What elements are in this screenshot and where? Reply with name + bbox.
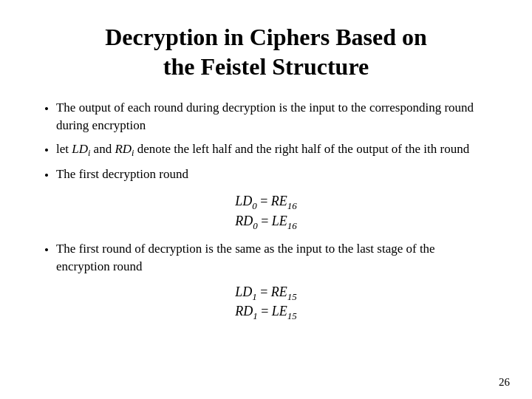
bullet-text-4: The first round of decryption is the sam… [56,240,488,276]
equation-ld1: LD1 = RE15 [235,284,297,303]
equation-rd1: RD1 = LE15 [235,304,297,322]
equation-rd0: RD0 = LE16 [235,214,297,232]
bullet-text-3: The first decryption round [56,166,488,183]
equations-set-2: LD1 = RE15 RD1 = LE15 [44,284,488,322]
bullet-dot-1: • [44,100,49,118]
slide-title: Decryption in Ciphers Based on the Feist… [44,22,488,81]
bullet-item-3: • The first decryption round [44,166,488,185]
bullet-dot-3: • [44,167,49,185]
slide: Decryption in Ciphers Based on the Feist… [0,0,532,399]
bullet-text-1: The output of each round during decrypti… [56,99,488,134]
bullet-item-2: • let LDi and RDi denote the left half a… [44,140,488,160]
bullet-dot-2: • [44,142,49,160]
bullet-item-1: • The output of each round during decryp… [44,99,488,134]
bullet-text-2: let LDi and RDi denote the left half and… [56,140,488,160]
equations-set-1: LD0 = RE16 RD0 = LE16 [44,194,488,231]
bullet-item-4: • The first round of decryption is the s… [44,240,488,276]
slide-content: • The output of each round during decryp… [44,99,488,377]
page-number: 26 [499,376,510,389]
equation-ld0: LD0 = RE16 [235,194,297,212]
bullet-dot-4: • [44,242,49,259]
